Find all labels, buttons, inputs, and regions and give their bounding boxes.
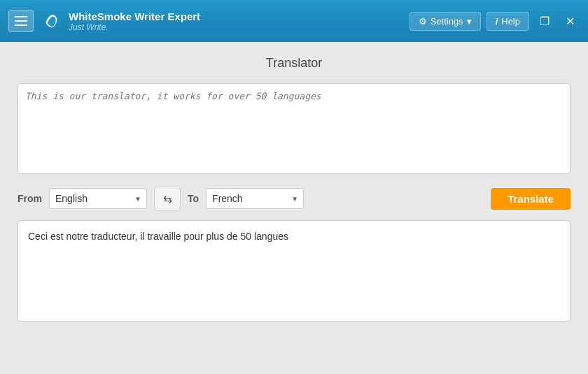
logo-icon bbox=[41, 10, 63, 32]
to-language-wrapper: English French Spanish German Italian Po… bbox=[206, 188, 304, 209]
from-language-wrapper: English French Spanish German Italian Po… bbox=[49, 188, 147, 209]
menu-button[interactable] bbox=[8, 10, 34, 32]
page-title: Translator bbox=[18, 56, 570, 71]
help-button[interactable]: i Help bbox=[486, 12, 529, 31]
to-language-select[interactable]: English French Spanish German Italian Po… bbox=[206, 188, 304, 209]
restore-button[interactable]: ❐ bbox=[535, 11, 554, 31]
app-title: WhiteSmoke Writer Expert bbox=[69, 10, 200, 22]
translation-output: Ceci est notre traducteur, il travaille … bbox=[18, 220, 570, 322]
from-label: From bbox=[18, 193, 42, 204]
gear-icon: ⚙ bbox=[419, 16, 427, 27]
translate-button[interactable]: Translate bbox=[491, 188, 570, 210]
info-icon: i bbox=[496, 16, 498, 27]
settings-button[interactable]: ⚙ Settings ▾ bbox=[410, 12, 481, 31]
chevron-down-icon: ▾ bbox=[467, 16, 472, 27]
app-subtitle: Just Write. bbox=[69, 22, 200, 32]
swap-languages-button[interactable]: ⇆ bbox=[154, 187, 181, 210]
source-text-input[interactable] bbox=[18, 83, 570, 174]
translated-text: Ceci est notre traducteur, il travaille … bbox=[28, 231, 288, 242]
to-label: To bbox=[188, 193, 199, 204]
main-content: Translator From English French Spanish G… bbox=[0, 42, 588, 374]
controls-row: From English French Spanish German Itali… bbox=[18, 187, 570, 210]
title-bar: WhiteSmoke Writer Expert Just Write. ⚙ S… bbox=[0, 0, 588, 42]
logo-area: WhiteSmoke Writer Expert Just Write. bbox=[41, 10, 402, 32]
settings-label: Settings bbox=[430, 16, 463, 27]
help-label: Help bbox=[501, 16, 520, 27]
close-button[interactable]: ✕ bbox=[560, 11, 580, 31]
logo-text: WhiteSmoke Writer Expert Just Write. bbox=[69, 10, 200, 32]
swap-icon: ⇆ bbox=[163, 192, 172, 206]
header-actions: ⚙ Settings ▾ i Help ❐ ✕ bbox=[410, 11, 580, 31]
from-language-select[interactable]: English French Spanish German Italian Po… bbox=[49, 188, 147, 209]
